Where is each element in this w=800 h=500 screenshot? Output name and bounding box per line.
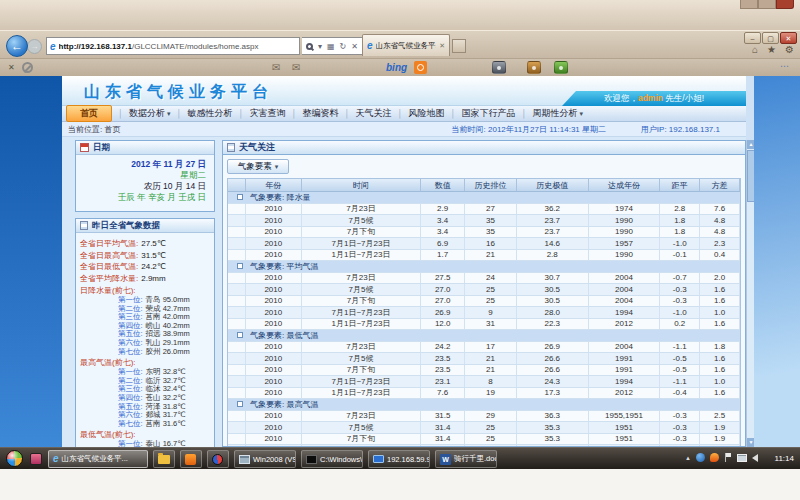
nav-item-8[interactable]: 周期性分析 ▾ bbox=[532, 107, 582, 120]
favorites-star-icon[interactable]: ★ bbox=[767, 44, 776, 55]
tray-app-icon[interactable] bbox=[696, 453, 705, 462]
taskbar-button-player[interactable] bbox=[207, 450, 229, 468]
table-row[interactable]: 20107月5候27.02530.52004-0.31.6 bbox=[228, 284, 740, 296]
camera-addon-icon[interactable] bbox=[492, 61, 506, 74]
new-tab-button[interactable] bbox=[452, 39, 466, 53]
table-cell: 8 bbox=[465, 376, 517, 387]
table-cell: 29 bbox=[465, 411, 517, 422]
breadcrumb-bar: 当前位置: 首页 当前时间: 2012年11月27日 11:14:31 星期二 … bbox=[62, 122, 746, 137]
browser-tab[interactable]: e 山东省气候业务平... ✕ bbox=[362, 34, 450, 56]
puzzle-addon-icon[interactable] bbox=[554, 61, 568, 74]
taskbar-button-cmd[interactable]: C:\Windows\s... bbox=[301, 450, 363, 468]
chevron-down-icon[interactable]: ▾ bbox=[318, 42, 322, 51]
table-cell: 9 bbox=[465, 307, 517, 318]
table-row[interactable]: 20107月23日24.21726.92004-1.11.8 bbox=[228, 342, 740, 354]
compat-view-icon[interactable]: ▦ bbox=[327, 42, 335, 51]
volume-icon[interactable] bbox=[752, 454, 758, 462]
table-cell: 7月1日~7月23日 bbox=[302, 307, 422, 318]
stat-value: 27.5℃ bbox=[141, 239, 166, 248]
nav-item-6[interactable]: 风险地图 bbox=[408, 107, 444, 120]
taskbar-button-ie[interactable]: e山东省气候业务平... bbox=[48, 450, 148, 468]
table-cell: 28.0 bbox=[517, 307, 589, 318]
mail-icon[interactable]: ✉ bbox=[272, 62, 280, 73]
paw-addon-icon[interactable] bbox=[527, 61, 541, 74]
minimize-button[interactable]: – bbox=[744, 32, 761, 44]
group-checkbox[interactable] bbox=[237, 401, 243, 407]
taskbar-clock[interactable]: 11:14 bbox=[775, 454, 794, 463]
page-scrollbar[interactable]: ▲ ▼ bbox=[746, 140, 754, 447]
table-row[interactable]: 20107月5候23.52126.61991-0.51.6 bbox=[228, 353, 740, 365]
search-icon[interactable] bbox=[306, 43, 313, 50]
maximize-icon[interactable] bbox=[758, 0, 776, 9]
report-icon bbox=[80, 221, 88, 230]
table-cell: 3.4 bbox=[421, 227, 465, 238]
close-button[interactable]: ✕ bbox=[780, 32, 797, 44]
table-row[interactable]: 20107月5候31.42535.31951-0.31.9 bbox=[228, 422, 740, 434]
table-row[interactable]: 20107月5候3.43523.719901.84.8 bbox=[228, 215, 740, 227]
bing-logo[interactable]: bing bbox=[386, 62, 407, 73]
group-checkbox[interactable] bbox=[237, 194, 243, 200]
row-checkbox-cell bbox=[228, 353, 246, 364]
taskbar-button-folder[interactable] bbox=[153, 450, 175, 468]
more-icon[interactable]: ⋯ bbox=[780, 61, 790, 71]
home-icon[interactable]: ⌂ bbox=[752, 44, 758, 55]
network-icon[interactable] bbox=[737, 454, 747, 462]
table-cell: 4.8 bbox=[700, 215, 740, 226]
ranking-item: 第七位:莒南 31.6℃ bbox=[78, 420, 212, 429]
nav-item-1[interactable]: 数据分析 ▾ bbox=[129, 107, 170, 120]
table-row[interactable]: 20107月1日~7月23日26.9928.01994-1.01.0 bbox=[228, 307, 740, 319]
element-filter-button[interactable]: 气象要素 ▾ bbox=[227, 159, 289, 174]
mail-open-icon[interactable]: ✉ bbox=[292, 62, 300, 73]
group-checkbox[interactable] bbox=[237, 332, 243, 338]
table-row[interactable]: 20101月1日~7月23日1.7212.81990-0.10.4 bbox=[228, 250, 740, 262]
group-checkbox[interactable] bbox=[237, 263, 243, 269]
forward-button[interactable]: → bbox=[27, 39, 42, 54]
table-cell: 7月23日 bbox=[302, 204, 422, 215]
tab-close-icon[interactable]: ✕ bbox=[439, 42, 445, 50]
settings-gear-icon[interactable]: ⚙ bbox=[785, 44, 794, 55]
back-button[interactable]: ← bbox=[6, 35, 28, 57]
tray-firefox-icon[interactable] bbox=[710, 453, 719, 462]
nav-item-3[interactable]: 灾害查询 bbox=[249, 107, 285, 120]
action-center-flag-icon[interactable] bbox=[724, 453, 732, 462]
stat-label: 全省日平均气温: bbox=[80, 239, 138, 248]
bing-search-icon[interactable] bbox=[414, 61, 427, 74]
taskbar-button-media[interactable] bbox=[180, 450, 202, 468]
table-row[interactable]: 20107月23日2.92736.219742.87.6 bbox=[228, 204, 740, 216]
table-row[interactable]: 20107月1日~7月23日23.1824.31994-1.11.0 bbox=[228, 376, 740, 388]
close-icon[interactable] bbox=[776, 0, 794, 9]
refresh-icon[interactable]: ↻ bbox=[340, 42, 347, 51]
table-row[interactable]: 20107月23日27.52430.72004-0.72.0 bbox=[228, 273, 740, 285]
blocked-icon[interactable] bbox=[22, 62, 33, 73]
table-row[interactable]: 20107月下旬31.42535.31951-0.31.9 bbox=[228, 434, 740, 446]
table-row[interactable]: 20107月1日~7月23日6.91614.61957-1.02.3 bbox=[228, 238, 740, 250]
table-cell: 1.6 bbox=[700, 319, 740, 330]
address-bar[interactable]: e http://192.168.137.1/GLCCLIMATE/module… bbox=[46, 37, 300, 55]
toolbar-close-icon[interactable]: ✕ bbox=[8, 63, 15, 72]
table-row[interactable]: 20107月下旬23.52126.61991-0.51.6 bbox=[228, 365, 740, 377]
taskbar-button-remote[interactable]: 192.168.59.99... bbox=[368, 450, 430, 468]
nav-item-5[interactable]: 天气关注 bbox=[355, 107, 391, 120]
table-row[interactable]: 20107月下旬27.02530.52004-0.31.6 bbox=[228, 296, 740, 308]
maximize-button[interactable]: ▢ bbox=[762, 32, 779, 44]
pinned-app-icon[interactable] bbox=[30, 453, 42, 465]
stop-icon[interactable]: ✕ bbox=[351, 42, 358, 51]
nav-item-0[interactable]: 首页 bbox=[66, 105, 112, 122]
stat-value: 31.5℃ bbox=[141, 251, 166, 260]
taskbar-button-window[interactable]: Win2008 (VS2... bbox=[234, 450, 296, 468]
table-row[interactable]: 20107月23日31.52936.31955,1951-0.32.5 bbox=[228, 411, 740, 423]
taskbar-button-word[interactable]: W骑行千里.docx ... bbox=[435, 450, 497, 468]
table-cell: -1.0 bbox=[660, 238, 700, 249]
table-row[interactable]: 20107月下旬3.43523.719901.84.8 bbox=[228, 227, 740, 239]
table-cell: 7月5候 bbox=[302, 284, 422, 295]
table-row[interactable]: 20101月1日~7月23日12.03122.320120.21.6 bbox=[228, 319, 740, 331]
table-cell: 23.7 bbox=[517, 227, 589, 238]
nav-item-7[interactable]: 国家下行产品 bbox=[461, 107, 515, 120]
tray-expand-icon[interactable]: ▲ bbox=[685, 455, 691, 461]
nav-item-2[interactable]: 敏感性分析 bbox=[187, 107, 232, 120]
table-row[interactable]: 20101月1日~7月23日7.61917.32012-0.41.6 bbox=[228, 388, 740, 400]
start-button[interactable] bbox=[6, 450, 23, 467]
nav-item-4[interactable]: 整编资料 bbox=[302, 107, 338, 120]
minimize-icon[interactable] bbox=[740, 0, 758, 9]
table-cell: 2.5 bbox=[700, 411, 740, 422]
